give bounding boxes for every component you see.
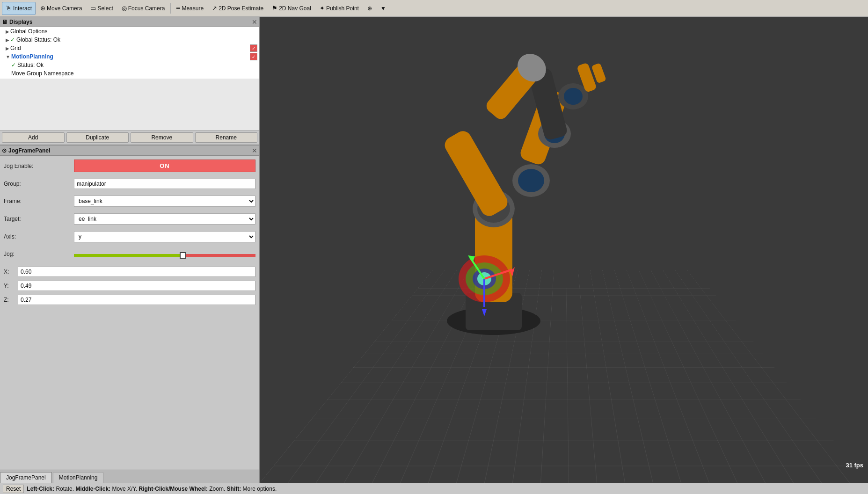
measure-label: Measure (182, 5, 204, 12)
tab-motion-planning[interactable]: MotionPlanning (53, 472, 104, 483)
displays-tree[interactable]: ▶ Global Options ▶ ✓ Global Status: Ok ▶… (0, 27, 259, 79)
robot-arm-visualization (330, 40, 657, 368)
tab-jog-frame-panel[interactable]: JogFramePanel (0, 472, 52, 483)
displays-title-label: Displays (9, 19, 32, 25)
displays-panel-icon: 🖥 (2, 19, 7, 25)
tree-arrow-global-options: ▶ (6, 29, 9, 34)
add-button[interactable]: Add (2, 132, 65, 143)
jog-enable-row: Jog Enable: ON (4, 160, 255, 172)
x-input[interactable] (18, 267, 255, 277)
axis-select[interactable]: x y z (74, 231, 255, 242)
hint-shift: Shift: (227, 486, 241, 492)
z-coord-row: Z: (4, 295, 255, 305)
z-input[interactable] (18, 295, 255, 305)
pose-estimate-icon: ↗ (212, 5, 217, 12)
move-camera-label: Move Camera (47, 5, 82, 12)
tree-label-move-group-ns: Move Group Namespace (11, 70, 257, 77)
svg-point-13 (564, 88, 583, 105)
tree-check-grid[interactable] (250, 44, 257, 52)
hint-left-click: Left-Click: (27, 486, 54, 492)
remove-button[interactable]: Remove (131, 132, 193, 143)
jog-slider-container-outer (74, 249, 255, 260)
target-control: ee_link tool0 wrist_3_link (74, 213, 255, 225)
tree-label-status-ok: Status: Ok (17, 62, 257, 68)
tree-check-motion-planning[interactable] (250, 53, 257, 60)
x-coord-row: X: (4, 267, 255, 277)
tree-label-global-status: Global Status: Ok (16, 36, 257, 43)
status-bar: Reset Left-Click: Rotate. Middle-Click: … (0, 483, 868, 494)
main-layout: 🖥 Displays ✕ ▶ Global Options ▶ ✓ Global… (0, 17, 868, 483)
nav-goal-button[interactable]: ⚑ 2D Nav Goal (268, 2, 315, 15)
move-camera-icon: ⊕ (40, 5, 45, 12)
displays-panel-title: 🖥 Displays (2, 19, 32, 25)
tree-item-grid[interactable]: ▶ Grid (0, 44, 259, 52)
tree-label-grid: Grid (10, 45, 250, 51)
tree-arrow-grid: ▶ (6, 46, 9, 51)
extra-tools-button[interactable]: ⊕ (364, 2, 376, 15)
jog-frame-panel: ⊙ JogFramePanel ✕ Jog Enable: ON Group: (0, 145, 259, 483)
publish-point-button[interactable]: ✦ Publish Point (316, 2, 363, 15)
hint-left-click-action: Rotate. (56, 486, 75, 492)
nav-goal-icon: ⚑ (272, 5, 277, 12)
tree-arrow-global-status: ▶ (6, 37, 9, 43)
displays-close-button[interactable]: ✕ (252, 19, 257, 25)
jog-slider-row: Jog: (4, 249, 255, 260)
move-camera-button[interactable]: ⊕ Move Camera (36, 2, 86, 15)
fps-counter: 31 fps (846, 462, 863, 469)
group-input[interactable] (74, 179, 255, 189)
displays-empty-area (0, 79, 259, 130)
y-input[interactable] (18, 281, 255, 291)
jog-enable-button[interactable]: ON (74, 160, 255, 172)
x-label: X: (4, 269, 18, 275)
y-coord-row: Y: (4, 281, 255, 291)
toolbar-separator-1 (170, 3, 171, 14)
jog-enable-control: ON (74, 160, 255, 172)
frame-row: Frame: base_link world map (4, 196, 255, 207)
tree-item-status-ok[interactable]: ✓ Status: Ok (0, 61, 259, 69)
tree-status-ok-icon: ✓ (11, 62, 16, 68)
jog-panel-header: ⊙ JogFramePanel ✕ (0, 145, 259, 156)
svg-point-7 (518, 169, 544, 192)
duplicate-button[interactable]: Duplicate (66, 132, 129, 143)
jog-slider[interactable] (74, 251, 255, 260)
toolbar-dropdown-button[interactable]: ▼ (377, 2, 390, 15)
tree-item-global-status[interactable]: ▶ ✓ Global Status: Ok (0, 36, 259, 44)
group-label: Group: (4, 181, 74, 187)
jog-enable-label: Jog Enable: (4, 163, 74, 169)
target-select[interactable]: ee_link tool0 wrist_3_link (74, 213, 255, 225)
toolbar-dropdown-icon: ▼ (380, 5, 386, 12)
jog-panel-title-area: ⊙ JogFramePanel (2, 147, 50, 154)
jog-slider-track-right (183, 254, 255, 257)
hint-shift-action: More options. (243, 486, 277, 492)
reset-button[interactable]: Reset (3, 485, 24, 493)
jog-slider-thumb[interactable] (180, 252, 186, 259)
measure-button[interactable]: ━ Measure (173, 2, 207, 15)
interact-button[interactable]: 🖱 Interact (2, 2, 36, 15)
tree-item-motion-planning[interactable]: ▼ MotionPlanning (0, 52, 259, 61)
y-label: Y: (4, 283, 18, 289)
jog-panel-title-label: JogFramePanel (8, 147, 50, 154)
jog-panel-close-button[interactable]: ✕ (252, 147, 257, 154)
frame-label: Frame: (4, 198, 74, 204)
3d-viewport[interactable]: 31 fps (260, 17, 868, 483)
pose-estimate-button[interactable]: ↗ 2D Pose Estimate (208, 2, 267, 15)
select-button[interactable]: ▭ Select (87, 2, 117, 15)
jog-panel-icon: ⊙ (2, 147, 7, 154)
displays-panel-header: 🖥 Displays ✕ (0, 17, 259, 27)
frame-control: base_link world map (74, 196, 255, 207)
hint-right-click: Right-Click/Mouse Wheel: (139, 486, 208, 492)
target-row: Target: ee_link tool0 wrist_3_link (4, 213, 255, 225)
publish-point-icon: ✦ (320, 5, 325, 12)
select-icon: ▭ (90, 5, 96, 12)
measure-icon: ━ (176, 5, 180, 12)
focus-camera-label: Focus Camera (128, 5, 165, 12)
bottom-tabs: JogFramePanel MotionPlanning (0, 470, 259, 483)
tree-item-move-group-ns[interactable]: Move Group Namespace (0, 69, 259, 78)
tree-item-global-options[interactable]: ▶ Global Options (0, 27, 259, 36)
frame-select[interactable]: base_link world map (74, 196, 255, 207)
extra-tools-icon: ⊕ (367, 5, 372, 12)
focus-camera-button[interactable]: ◎ Focus Camera (118, 2, 169, 15)
rename-button[interactable]: Rename (195, 132, 258, 143)
displays-panel: 🖥 Displays ✕ ▶ Global Options ▶ ✓ Global… (0, 17, 259, 145)
group-row: Group: (4, 179, 255, 189)
